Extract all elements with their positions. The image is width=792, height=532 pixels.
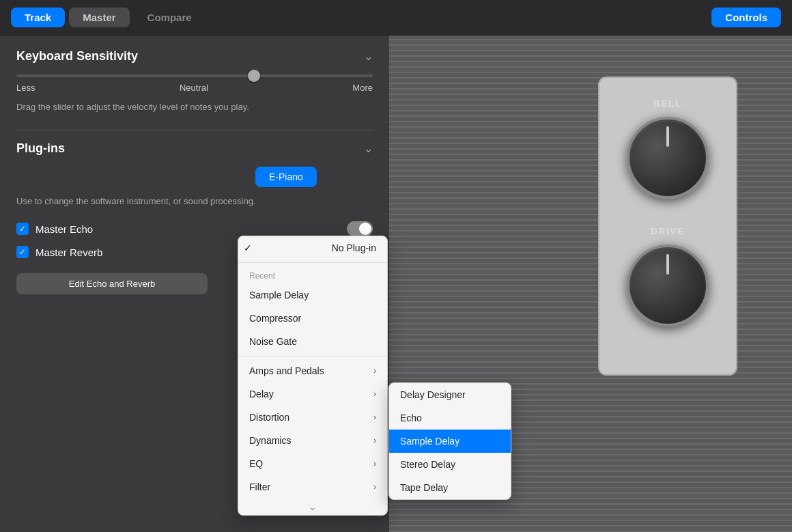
amps-pedals-arrow: › — [373, 366, 376, 376]
menu-item-sample-delay-recent[interactable]: Sample Delay — [238, 283, 387, 307]
filter-label: Filter — [249, 481, 270, 492]
noise-gate-label: Noise Gate — [249, 336, 297, 347]
master-echo-row: ✓ Master Echo — [16, 221, 373, 236]
top-bar: Track Master Compare Controls — [0, 0, 792, 36]
menu-item-delay[interactable]: Delay › — [238, 382, 387, 406]
menu-item-compressor[interactable]: Compressor — [238, 307, 387, 330]
menu-item-dynamics[interactable]: Dynamics › — [238, 429, 387, 452]
edit-echo-reverb-button[interactable]: Edit Echo and Reverb — [16, 273, 208, 294]
tab-master[interactable]: Master — [69, 8, 129, 27]
distortion-label: Distortion — [249, 412, 289, 423]
menu-divider-1 — [238, 262, 387, 263]
plugins-title: Plug-ins — [16, 141, 65, 156]
keyboard-sensitivity-slider[interactable]: Less Neutral More — [16, 74, 373, 93]
controls-button[interactable]: Controls — [711, 8, 781, 27]
submenu-item-echo[interactable]: Echo — [389, 406, 511, 430]
dropdown-overlay: No Plug-in Recent Sample Delay Compresso… — [238, 236, 388, 516]
divider-1 — [16, 130, 373, 130]
menu-recent-label: Recent — [238, 266, 387, 283]
filter-arrow: › — [373, 482, 376, 492]
delay-arrow: › — [373, 389, 376, 399]
master-echo-toggle[interactable] — [347, 221, 373, 236]
dynamics-label: Dynamics — [249, 435, 291, 446]
menu-item-amps-pedals[interactable]: Amps and Pedals › — [238, 359, 387, 382]
eq-arrow: › — [373, 459, 376, 468]
menu-item-eq[interactable]: EQ › — [238, 452, 387, 475]
no-plugin-label: No Plug-in — [332, 242, 376, 253]
slider-label-less: Less — [16, 83, 35, 93]
sample-delay-recent-label: Sample Delay — [249, 290, 309, 300]
slider-label-more: More — [352, 83, 373, 93]
master-echo-checkbox[interactable]: ✓ — [16, 223, 29, 235]
keyboard-sensitivity-title: Keyboard Sensitivity — [16, 49, 138, 64]
master-reverb-checkbox[interactable]: ✓ — [16, 246, 29, 258]
bell-label: BELL — [653, 98, 682, 109]
dynamics-arrow: › — [373, 436, 376, 445]
keyboard-sensitivity-chevron[interactable]: ⌄ — [364, 50, 373, 63]
menu-item-distortion[interactable]: Distortion › — [238, 406, 387, 429]
plugin-epiano-button[interactable]: E-Piano — [255, 167, 317, 187]
tab-group: Track Master Compare — [11, 8, 206, 27]
bell-knob-container: BELL — [627, 98, 709, 199]
drive-knob[interactable] — [627, 244, 709, 326]
menu-divider-2 — [238, 356, 387, 356]
amp-bg: BELL DRIVE — [598, 76, 737, 376]
menu-scroll-indicator: ⌄ — [238, 499, 387, 515]
delay-label: Delay — [249, 389, 274, 400]
plugins-header: Plug-ins ⌄ — [16, 141, 373, 156]
submenu-item-stereo-delay[interactable]: Stereo Delay — [389, 453, 511, 476]
slider-thumb[interactable] — [248, 70, 260, 82]
bell-knob[interactable] — [627, 117, 709, 199]
drive-label: DRIVE — [651, 226, 685, 236]
plugins-desc: Use to change the software instrument, o… — [16, 195, 373, 208]
plugins-section: Plug-ins ⌄ E-Piano Use to change the sof… — [16, 141, 373, 208]
submenu-item-delay-designer[interactable]: Delay Designer — [389, 383, 511, 406]
distortion-arrow: › — [373, 412, 376, 422]
submenu-item-sample-delay[interactable]: Sample Delay — [389, 430, 511, 453]
plugins-chevron[interactable]: ⌄ — [364, 142, 373, 155]
master-echo-label: Master Echo — [36, 223, 340, 235]
delay-submenu: Delay Designer Echo Sample Delay Stereo … — [388, 382, 511, 500]
submenu-item-tape-delay[interactable]: Tape Delay — [389, 476, 511, 499]
compressor-label: Compressor — [249, 313, 301, 324]
eq-label: EQ — [249, 458, 263, 469]
tab-track[interactable]: Track — [11, 8, 65, 27]
menu-item-no-plugin[interactable]: No Plug-in — [238, 236, 387, 260]
keyboard-sensitivity-desc: Drag the slider to adjust the velocity l… — [16, 101, 373, 113]
slider-track[interactable] — [16, 74, 373, 77]
amps-pedals-label: Amps and Pedals — [249, 365, 324, 376]
slider-label-neutral: Neutral — [180, 83, 208, 93]
menu-item-filter[interactable]: Filter › — [238, 475, 387, 499]
menu-item-noise-gate[interactable]: Noise Gate — [238, 330, 387, 353]
main-menu: No Plug-in Recent Sample Delay Compresso… — [238, 236, 388, 516]
keyboard-sensitivity-header: Keyboard Sensitivity ⌄ — [16, 49, 373, 64]
slider-labels: Less Neutral More — [16, 83, 373, 93]
drive-knob-container: DRIVE — [627, 226, 709, 326]
tab-compare[interactable]: Compare — [134, 8, 206, 27]
